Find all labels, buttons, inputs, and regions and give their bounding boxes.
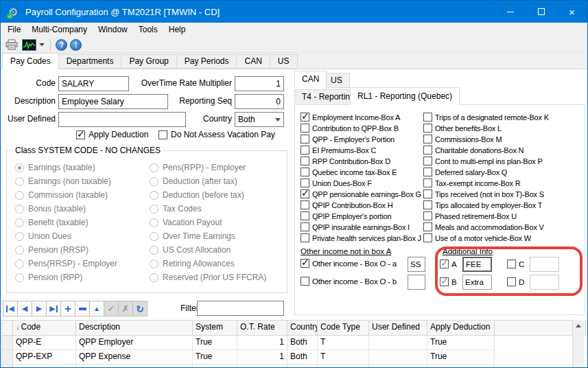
- rl1-box-v-row[interactable]: Meals and accommodation-Box V: [423, 222, 544, 231]
- grid-header-code[interactable]: ↓Code: [13, 321, 76, 336]
- rl1-box-s-row[interactable]: Tips received (not in box T)-Box S: [423, 189, 544, 198]
- grid-header-country[interactable]: Country: [287, 321, 318, 336]
- apply-deduction-checkbox-row[interactable]: Apply Deduction: [76, 130, 148, 139]
- checkbox[interactable]: [423, 200, 432, 209]
- checkbox[interactable]: [423, 113, 432, 122]
- grid-vertical-scrollbar[interactable]: [572, 320, 584, 367]
- about-button[interactable]: !: [70, 39, 82, 51]
- grid-row[interactable]: QPP-EXP QPP Expense True 1 Both T True: [2, 350, 586, 365]
- apply-deduction-checkbox[interactable]: [76, 130, 85, 139]
- grid-header-apply-deduction[interactable]: Apply Deduction: [427, 321, 495, 336]
- user-defined-input[interactable]: [58, 112, 186, 127]
- tab-can[interactable]: CAN: [236, 54, 270, 69]
- print-button[interactable]: [3, 38, 20, 52]
- checkbox[interactable]: [301, 157, 309, 165]
- checkbox[interactable]: [301, 222, 309, 231]
- tab-pay-periods[interactable]: Pay Periods: [176, 54, 237, 69]
- checkbox[interactable]: [423, 233, 432, 242]
- additional-info-c-row[interactable]: C: [507, 260, 524, 268]
- additional-info-a-input[interactable]: [462, 257, 492, 272]
- checkbox[interactable]: [301, 168, 309, 176]
- rl1-box-e-row[interactable]: Quebec income tax-Box E: [301, 168, 397, 176]
- maximize-button[interactable]: [526, 1, 556, 23]
- rl1-box-l-row[interactable]: Other benefits-Box L: [423, 124, 502, 133]
- grid-header-code-type[interactable]: Code Type: [318, 321, 369, 336]
- minimize-button[interactable]: [495, 1, 526, 23]
- menu-multi-company[interactable]: Multi-Company: [26, 23, 93, 37]
- checkbox[interactable]: [423, 222, 432, 231]
- additional-info-d-input[interactable]: [530, 275, 559, 290]
- nav-first-button[interactable]: ◀: [3, 301, 18, 317]
- menu-file[interactable]: File: [2, 23, 26, 37]
- additional-info-b-input[interactable]: [462, 275, 492, 290]
- checkbox[interactable]: [507, 277, 516, 286]
- other-income-a-input[interactable]: [408, 257, 425, 272]
- rl1-box-d-row[interactable]: RPP Contribution-Box D: [301, 157, 390, 165]
- grid-header-system[interactable]: System: [193, 321, 237, 336]
- checkbox[interactable]: [301, 233, 309, 242]
- checkbox[interactable]: [423, 179, 432, 187]
- rl1-qpp-employer-row[interactable]: QPP - Employer's Portion: [301, 135, 395, 143]
- rl1-box-u-row[interactable]: Phased retirement-Box U: [423, 211, 517, 220]
- tab-us[interactable]: US: [270, 54, 298, 69]
- additional-info-d-row[interactable]: D: [507, 277, 524, 286]
- checkbox[interactable]: [301, 259, 309, 268]
- rl1-box-q-row[interactable]: Deferred salary-Box Q: [423, 168, 507, 176]
- rl1-box-i-row[interactable]: QPIP insurable earnings-Box I: [301, 222, 410, 231]
- checkbox[interactable]: [507, 260, 516, 268]
- tab-pay-codes[interactable]: Pay Codes: [2, 53, 59, 69]
- tab-pay-group[interactable]: Pay Group: [121, 54, 176, 69]
- menu-tools[interactable]: Tools: [133, 23, 163, 37]
- rl1-box-a-row[interactable]: Employment Income-Box A: [301, 113, 400, 122]
- payroll-console-button[interactable]: [20, 38, 47, 52]
- additional-info-b-row[interactable]: B: [440, 277, 456, 286]
- grid-header-description[interactable]: Description: [76, 321, 193, 336]
- rl1-box-j-row[interactable]: Private health services plan-Box J: [301, 233, 421, 242]
- nav-delete-button[interactable]: [75, 301, 90, 317]
- rl1-box-k-row[interactable]: Trips of a designated remote-Box K: [423, 113, 549, 122]
- grid-row[interactable]: RPP-EXP RPP - Expense True 1 Both T True: [2, 365, 586, 367]
- rl1-box-g-row[interactable]: QPP pensionable earnings-Box G: [301, 189, 421, 198]
- nav-refresh-button[interactable]: ↻: [132, 301, 148, 317]
- country-select[interactable]: Both: [235, 112, 284, 127]
- scroll-up-button[interactable]: [573, 320, 584, 332]
- other-income-a-row[interactable]: Other income - Box O - a: [301, 259, 397, 268]
- reporting-seq-input[interactable]: [235, 94, 284, 109]
- other-income-b-row[interactable]: Other income - Box O - b: [301, 277, 397, 286]
- country-tab-can[interactable]: CAN: [294, 71, 327, 88]
- grid-header-user-defined[interactable]: User Defined: [369, 321, 427, 336]
- checkbox[interactable]: [423, 168, 432, 176]
- rl1-qpip-employer-row[interactable]: QPIP Employer's portion: [301, 211, 391, 220]
- checkbox[interactable]: [301, 124, 309, 133]
- checkbox[interactable]: [440, 260, 449, 268]
- rl1-box-h-row[interactable]: QPIP Contribution-Box H: [301, 200, 392, 209]
- additional-info-c-input[interactable]: [530, 257, 559, 272]
- rl1-box-w-row[interactable]: Use of a motor vehicle-Box W: [423, 233, 531, 242]
- filter-input[interactable]: [197, 301, 284, 316]
- nav-edit-button[interactable]: ▲: [89, 301, 104, 317]
- tab-departments[interactable]: Departments: [58, 54, 122, 69]
- rl1-box-b-row[interactable]: Contribution to QPP-Box B: [301, 124, 399, 133]
- close-button[interactable]: ×: [556, 1, 587, 23]
- checkbox[interactable]: [301, 135, 309, 143]
- additional-info-a-row[interactable]: A: [440, 260, 456, 268]
- checkbox[interactable]: [301, 189, 309, 198]
- checkbox[interactable]: [440, 277, 449, 286]
- checkbox[interactable]: [301, 211, 309, 220]
- help-button[interactable]: ?: [56, 39, 67, 51]
- overtime-rate-input[interactable]: [235, 76, 284, 91]
- rl1-box-f-row[interactable]: Union Dues-Box F: [301, 179, 372, 187]
- rl1-box-m-row[interactable]: Commissions-Box M: [423, 135, 502, 143]
- country-tab-us[interactable]: US: [323, 73, 350, 88]
- rl1-box-r-row[interactable]: Tax-exempt income-Box R: [423, 179, 520, 187]
- nav-next-button[interactable]: ▶: [32, 301, 47, 317]
- checkbox[interactable]: [423, 189, 432, 198]
- menu-window[interactable]: Window: [93, 23, 133, 37]
- checkbox[interactable]: [301, 200, 309, 209]
- rl1-box-p-row[interactable]: Cont to multi-empl ins plan-Box P: [423, 157, 543, 165]
- vacation-checkbox-row[interactable]: Do Not Assess Vacation Pay: [158, 130, 275, 139]
- checkbox[interactable]: [301, 179, 309, 187]
- checkbox[interactable]: [301, 113, 309, 122]
- rl1-box-c-row[interactable]: EI Premiums-Box C: [301, 146, 376, 154]
- do-not-assess-vacation-checkbox[interactable]: [158, 130, 167, 139]
